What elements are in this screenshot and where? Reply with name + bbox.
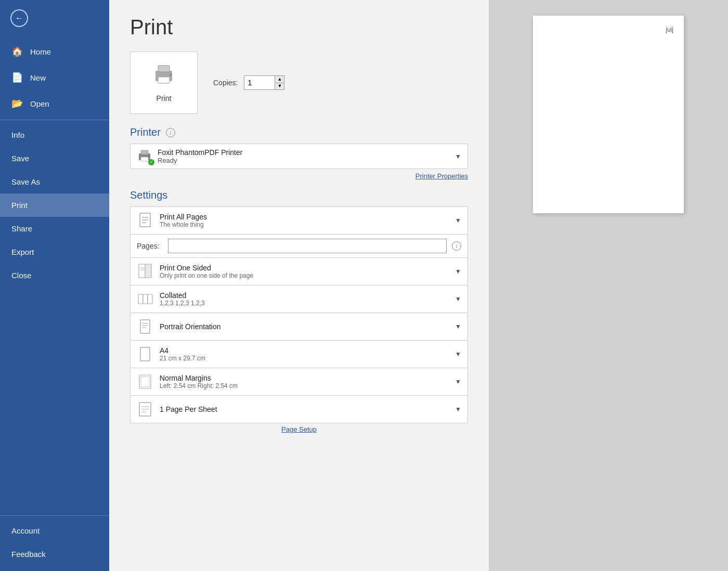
- paper-size-arrow: ▼: [455, 351, 461, 358]
- settings-rows: Print All Pages The whole thing ▼ Pages:…: [130, 206, 468, 423]
- sidebar-item-save-as[interactable]: Save As: [0, 170, 109, 193]
- content-wrapper: Print Print Copies:: [109, 0, 728, 571]
- sidebar-close-label: Close: [11, 271, 31, 280]
- print-sides-arrow: ▼: [455, 268, 461, 275]
- home-icon: 🏠: [11, 46, 23, 57]
- sidebar-item-feedback[interactable]: Feedback: [0, 542, 109, 566]
- sidebar-item-share[interactable]: Share: [0, 217, 109, 240]
- print-pages-row[interactable]: Print All Pages The whole thing ▼: [130, 206, 468, 235]
- print-sides-text: Print One Sided Only print on one side o…: [160, 264, 449, 279]
- sidebar-item-account[interactable]: Account: [0, 519, 109, 542]
- orientation-row[interactable]: Portrait Orientation ▼: [130, 313, 468, 341]
- svg-point-3: [170, 74, 172, 76]
- copies-input[interactable]: [244, 75, 275, 90]
- margins-row[interactable]: Normal Margins Left: 2.54 cm Right: 2.54…: [130, 368, 468, 396]
- margins-arrow: ▼: [455, 378, 461, 385]
- sidebar-spacer: [0, 287, 109, 512]
- svg-rect-6: [141, 157, 148, 161]
- sidebar-export-label: Export: [11, 248, 34, 256]
- sidebar-save-as-label: Save As: [11, 177, 40, 186]
- sidebar-divider-bottom: [0, 515, 109, 516]
- preview-page: juij: [533, 16, 684, 213]
- orientation-arrow: ▼: [455, 323, 461, 330]
- printer-icon: [151, 63, 176, 89]
- print-button[interactable]: Print: [130, 51, 198, 114]
- svg-rect-17: [143, 294, 148, 304]
- printer-dropdown-arrow: ▼: [455, 153, 461, 160]
- svg-rect-23: [140, 347, 150, 361]
- copies-spinner: ▲ ▼: [275, 75, 284, 90]
- sidebar-account-label: Account: [11, 526, 40, 535]
- sidebar-feedback-label: Feedback: [11, 550, 46, 559]
- print-btn-label: Print: [157, 94, 172, 102]
- print-sides-icon: [137, 263, 153, 280]
- paper-size-icon: [137, 346, 153, 362]
- back-button[interactable]: ←: [0, 0, 109, 36]
- sidebar-print-label: Print: [11, 201, 28, 210]
- collated-icon: [137, 291, 153, 307]
- print-sides-row[interactable]: Print One Sided Only print on one side o…: [130, 258, 468, 286]
- sidebar-nav-top: 🏠 Home 📄 New 📂 Open: [0, 38, 109, 116]
- collated-row[interactable]: Collated 1,2,3 1,2,3 1,2,3 ▼: [130, 286, 468, 313]
- page-title: Print: [130, 16, 468, 39]
- sidebar-item-open[interactable]: 📂 Open: [0, 90, 109, 116]
- sidebar-open-label: Open: [30, 99, 49, 108]
- svg-rect-2: [158, 77, 170, 83]
- sidebar-item-new[interactable]: 📄 New: [0, 64, 109, 90]
- sidebar-info-label: Info: [11, 131, 24, 139]
- sidebar-item-home[interactable]: 🏠 Home: [0, 38, 109, 64]
- printer-status-badge: ✓: [148, 159, 154, 165]
- printer-info-icon[interactable]: i: [166, 128, 175, 137]
- right-panel: juij: [489, 0, 728, 571]
- sidebar-nav-middle: Info Save Save As Print Share Export Clo…: [0, 123, 109, 287]
- new-icon: 📄: [11, 72, 23, 83]
- sidebar-divider-top: [0, 120, 109, 120]
- print-pages-arrow: ▼: [455, 217, 461, 224]
- copies-area: Copies: ▲ ▼: [213, 75, 284, 90]
- paper-size-row[interactable]: A4 21 cm x 29.7 cm ▼: [130, 341, 468, 368]
- pages-per-sheet-row[interactable]: 1 Page Per Sheet ▼: [130, 396, 468, 423]
- pages-input[interactable]: [168, 239, 447, 253]
- margins-icon: [137, 373, 153, 390]
- printer-name: Foxit PhantomPDF Printer: [158, 148, 450, 157]
- pages-per-sheet-arrow: ▼: [455, 406, 461, 413]
- orientation-text: Portrait Orientation: [160, 322, 449, 331]
- sidebar-save-label: Save: [11, 154, 29, 163]
- print-pages-text: Print All Pages The whole thing: [160, 213, 449, 228]
- print-pages-main: Print All Pages: [160, 213, 449, 221]
- sidebar-nav-bottom: Account Feedback: [0, 519, 109, 566]
- sidebar-home-label: Home: [30, 47, 51, 56]
- printer-info: Foxit PhantomPDF Printer Ready: [158, 148, 450, 164]
- pages-per-sheet-icon: [137, 401, 153, 418]
- pages-info-icon[interactable]: i: [452, 241, 461, 251]
- print-pages-sub: The whole thing: [160, 221, 449, 228]
- sidebar-item-export[interactable]: Export: [0, 240, 109, 264]
- collated-arrow: ▼: [455, 295, 461, 303]
- left-panel: Print Print Copies:: [109, 0, 489, 571]
- print-sides-main: Print One Sided: [160, 264, 449, 272]
- copies-up-button[interactable]: ▲: [275, 76, 284, 83]
- back-icon: ←: [10, 9, 28, 27]
- sidebar-item-print[interactable]: Print: [0, 193, 109, 217]
- sidebar-item-info[interactable]: Info: [0, 123, 109, 147]
- orientation-main: Portrait Orientation: [160, 322, 449, 331]
- orientation-icon: [137, 318, 153, 335]
- copies-down-button[interactable]: ▼: [275, 83, 284, 90]
- printer-dropdown[interactable]: ✓ Foxit PhantomPDF Printer Ready ▼: [130, 144, 468, 169]
- printer-status: Ready: [158, 157, 450, 164]
- collated-sub: 1,2,3 1,2,3 1,2,3: [160, 300, 449, 307]
- sidebar-item-close[interactable]: Close: [0, 264, 109, 287]
- pages-per-sheet-main: 1 Page Per Sheet: [160, 405, 449, 413]
- svg-rect-16: [138, 294, 143, 304]
- sidebar-item-save[interactable]: Save: [0, 147, 109, 170]
- printer-properties-link[interactable]: Printer Properties: [130, 172, 468, 180]
- pages-per-sheet-text: 1 Page Per Sheet: [160, 405, 449, 413]
- preview-text: juij: [666, 26, 673, 33]
- collated-main: Collated: [160, 291, 449, 300]
- paper-size-sub: 21 cm x 29.7 cm: [160, 355, 449, 362]
- collated-text: Collated 1,2,3 1,2,3 1,2,3: [160, 291, 449, 307]
- pages-label: Pages:: [137, 242, 163, 250]
- settings-section-title: Settings: [130, 189, 468, 201]
- svg-rect-13: [145, 264, 151, 278]
- page-setup-link[interactable]: Page Setup: [130, 425, 468, 433]
